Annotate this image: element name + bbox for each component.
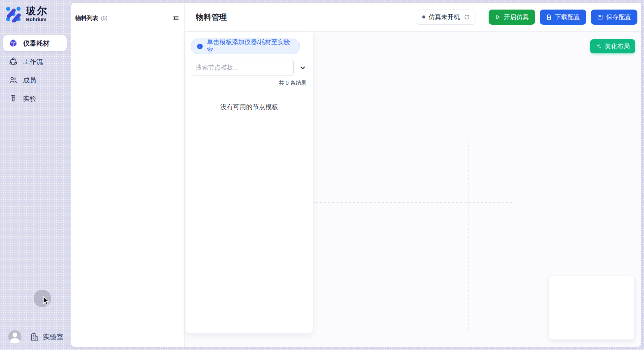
sidebar-item-experiments[interactable]: 实验 — [3, 91, 67, 106]
sidebar-item-label: 成员 — [23, 76, 36, 85]
sidebar-item-instruments[interactable]: 仪器耗材 — [3, 35, 67, 51]
minimap-panel[interactable] — [549, 276, 635, 340]
template-hint-banner: 单击模板添加仪器/耗材至实验室 — [191, 39, 300, 54]
sidebar-item-label: 仪器耗材 — [23, 39, 49, 48]
simulation-status-label: 仿真未开机 — [429, 13, 460, 21]
save-config-label: 保存配置 — [606, 13, 631, 21]
page-title: 物料管理 — [196, 12, 227, 22]
members-icon — [9, 76, 17, 84]
template-search-input[interactable] — [191, 60, 294, 75]
materials-list-title: 物料列表 — [75, 14, 98, 22]
sidebar-item-label: 实验 — [23, 94, 36, 103]
sparkles-icon — [596, 43, 602, 49]
download-config-label: 下载配置 — [555, 13, 580, 21]
sidebar-item-label: 工作流 — [23, 57, 43, 66]
template-result-count: 共 0 条结果 — [185, 79, 306, 87]
brand-logo: 玻尔 Bohrium — [5, 5, 48, 22]
download-config-button[interactable]: 下载配置 — [540, 10, 586, 25]
bohrium-logo-icon — [5, 5, 22, 22]
sidebar-footer: 实验室 — [8, 330, 64, 343]
sidebar: 玻尔 Bohrium 仪器耗材 工作流 — [0, 0, 71, 350]
save-config-button[interactable]: 保存配置 — [591, 10, 637, 25]
app-root: { "brand": { "name_zh": "玻尔", "name_en":… — [0, 0, 644, 350]
simulation-status-pill: 仿真未开机 — [417, 10, 475, 25]
materials-list-panel: 物料列表 (0) — [71, 3, 185, 347]
start-simulation-label: 开启仿真 — [504, 13, 529, 21]
main-header: 物料管理 仿真未开机 — [185, 3, 641, 32]
sidebar-item-workflow[interactable]: 工作流 — [3, 54, 67, 70]
play-icon — [495, 14, 501, 20]
materials-list-header: 物料列表 (0) — [71, 3, 184, 22]
sidebar-item-members[interactable]: 成员 — [3, 72, 67, 88]
chevron-down-icon[interactable] — [300, 65, 306, 71]
header-actions: 仿真未开机 开启仿真 — [417, 10, 637, 25]
start-simulation-button[interactable]: 开启仿真 — [489, 10, 535, 25]
template-panel: 单击模板添加仪器/耗材至实验室 共 0 条结果 没有可用的节点模板 — [185, 32, 313, 333]
save-icon — [597, 14, 603, 20]
beautify-layout-button[interactable]: 美化布局 — [590, 39, 635, 53]
workflow-icon — [9, 57, 17, 66]
status-dot-icon — [422, 15, 425, 18]
canvas-guide-horizontal — [313, 202, 513, 203]
brand-name-zh: 玻尔 — [26, 6, 48, 16]
beautify-layout-label: 美化布局 — [605, 42, 630, 51]
sidebar-nav: 仪器耗材 工作流 成员 — [3, 35, 67, 106]
refresh-icon[interactable] — [464, 14, 470, 20]
sidebar-item-lab[interactable]: 实验室 — [30, 332, 64, 342]
lab-canvas[interactable]: 单击模板添加仪器/耗材至实验室 共 0 条结果 没有可用的节点模板 — [185, 32, 641, 347]
user-avatar[interactable] — [8, 330, 21, 343]
template-hint-text: 单击模板添加仪器/耗材至实验室 — [207, 38, 294, 55]
template-search-row — [191, 60, 313, 75]
building-icon — [30, 332, 40, 342]
mouse-cursor — [42, 296, 50, 306]
test-tube-icon — [9, 94, 17, 103]
main-area: 物料管理 仿真未开机 — [185, 3, 641, 347]
cube-icon — [9, 39, 17, 47]
template-empty-message: 没有可用的节点模板 — [185, 102, 313, 111]
collapse-panel-icon[interactable] — [172, 14, 180, 22]
materials-list-count: (0) — [101, 15, 108, 21]
file-download-icon — [546, 14, 552, 20]
lab-label: 实验室 — [43, 332, 64, 341]
content-card: 物料列表 (0) 物料管理 仿真未开机 — [71, 3, 641, 347]
info-circle-icon — [197, 43, 203, 50]
canvas-guide-vertical — [468, 141, 469, 330]
brand-name-en: Bohrium — [26, 16, 48, 22]
